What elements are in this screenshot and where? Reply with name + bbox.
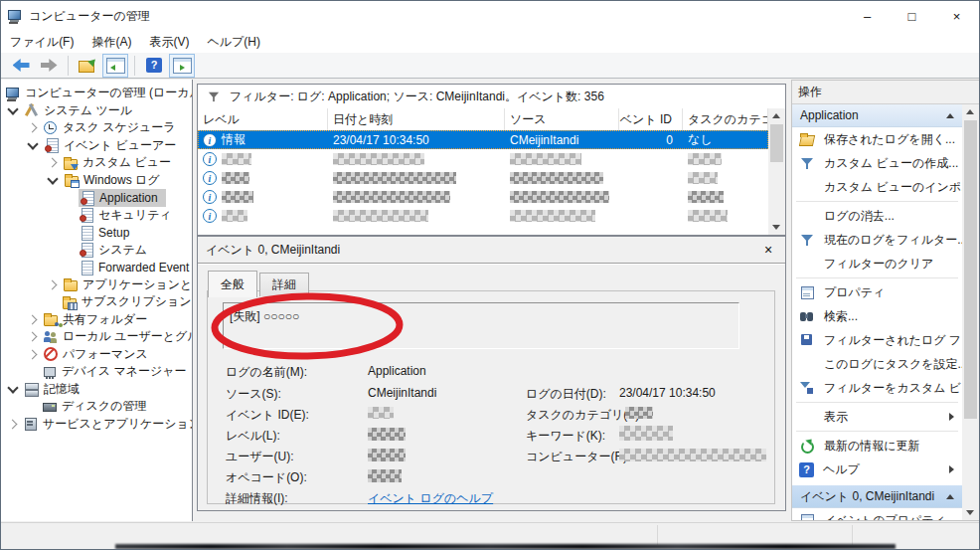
action-section-application[interactable]: Application — [792, 104, 962, 127]
action-save-filtered-log[interactable]: フィルターされたログ ファ... — [792, 328, 962, 352]
event-row-selected[interactable]: 情報 23/04/17 10:34:50 CMeijinItandi 0 なし — [198, 130, 768, 149]
scrollbar-thumb[interactable] — [964, 120, 977, 419]
tree-item-disk-management[interactable]: ディスクの管理 — [1, 398, 192, 416]
menu-file[interactable]: ファイル(F) — [1, 31, 82, 54]
minimize-button[interactable]: – — [845, 1, 890, 31]
event-row-redacted[interactable] — [198, 168, 768, 187]
event-viewer-icon — [44, 137, 60, 153]
action-label: 現在のログをフィルター... — [824, 232, 962, 249]
event-message-box[interactable]: [失敗] ○○○○○ — [223, 302, 739, 349]
chevron-expanded-icon[interactable] — [47, 174, 58, 185]
action-section-event[interactable]: イベント 0, CMeijinItandi — [792, 485, 962, 508]
tree-item-custom-views[interactable]: カスタム ビュー — [1, 154, 192, 172]
chevron-expanded-icon[interactable] — [27, 139, 38, 150]
redacted-value — [510, 191, 609, 203]
tree-item-setup[interactable]: Setup — [1, 224, 192, 242]
tree-item-local-users-groups[interactable]: ローカル ユーザーとグループ — [1, 328, 192, 346]
tab-general[interactable]: 全般 — [208, 271, 257, 297]
action-create-custom-view[interactable]: カスタム ビューの作成... — [792, 151, 962, 175]
chevron-collapsed-icon[interactable] — [48, 158, 58, 168]
action-help[interactable]: ヘルプ — [792, 458, 962, 481]
action-label: フィルターのクリア — [824, 256, 933, 273]
tree-item-event-viewer[interactable]: イベント ビューアー — [1, 137, 192, 155]
action-clear-log[interactable]: ログの消去... — [792, 204, 962, 228]
tree-item-windows-logs[interactable]: Windows ログ — [1, 172, 192, 190]
field-user-value — [368, 449, 406, 464]
export-list-button[interactable] — [75, 54, 100, 78]
actions-scrollbar[interactable] — [962, 104, 979, 520]
redacted-value — [333, 210, 428, 222]
column-header-level[interactable]: レベル — [198, 108, 328, 130]
action-open-saved-log[interactable]: 保存されたログを開く... — [792, 127, 962, 151]
chevron-collapsed-icon[interactable] — [28, 332, 38, 342]
action-section-title: イベント 0, CMeijinItandi — [800, 488, 934, 505]
collapse-section-icon[interactable] — [946, 113, 954, 118]
menu-action[interactable]: 操作(A) — [82, 31, 140, 54]
menu-view[interactable]: 表示(V) — [140, 31, 198, 54]
custom-views-icon — [63, 155, 79, 171]
action-label: 検索... — [824, 308, 858, 325]
event-row-redacted[interactable] — [198, 206, 768, 225]
show-console-tree-button[interactable] — [102, 54, 128, 78]
chevron-collapsed-icon[interactable] — [28, 349, 38, 359]
tree-item-storage[interactable]: 記憶域 — [1, 381, 192, 399]
tree-item-apps-services-logs[interactable]: アプリケーションとサービ — [1, 276, 192, 294]
tab-details[interactable]: 詳細 — [259, 273, 309, 296]
menu-help[interactable]: ヘルプ(H) — [198, 31, 269, 54]
tree-item-system-tools[interactable]: システム ツール — [1, 102, 192, 120]
help-button[interactable] — [141, 54, 167, 78]
action-filter-current-log[interactable]: 現在のログをフィルター... — [792, 228, 962, 252]
tree-item-performance[interactable]: パフォーマンス — [1, 346, 192, 364]
action-find[interactable]: 検索... — [792, 304, 962, 328]
action-attach-task[interactable]: このログにタスクを設定... — [792, 352, 962, 376]
scroll-down-icon[interactable] — [966, 510, 974, 515]
actions-separator — [796, 277, 958, 278]
column-header-source[interactable]: ソース — [505, 108, 619, 130]
tree-item-application[interactable]: Application — [1, 189, 192, 207]
forward-button[interactable] — [36, 54, 62, 78]
action-import-custom-view[interactable]: カスタム ビューのインポ... — [792, 175, 962, 199]
chevron-expanded-icon[interactable] — [7, 104, 18, 115]
chevron-collapsed-icon[interactable] — [48, 279, 58, 289]
tree-item-shared-folders[interactable]: 共有フォルダー — [1, 311, 192, 329]
tree-item-security[interactable]: セキュリティ — [1, 207, 192, 225]
column-header-event-id[interactable]: イベント ID — [619, 108, 683, 130]
tree-item-device-manager[interactable]: デバイス マネージャー — [1, 363, 192, 381]
event-log-help-link[interactable]: イベント ログのヘルプ — [368, 490, 493, 507]
tree-item-subscriptions[interactable]: サブスクリプション — [1, 293, 192, 311]
action-view[interactable]: 表示 — [792, 405, 962, 429]
column-header-datetime[interactable]: 日付と時刻 — [328, 108, 505, 130]
collapse-section-icon[interactable] — [946, 494, 954, 499]
show-action-pane-button[interactable] — [169, 54, 195, 78]
action-refresh[interactable]: 最新の情報に更新 — [792, 434, 962, 458]
chevron-expanded-icon[interactable] — [7, 383, 18, 394]
chevron-collapsed-icon[interactable] — [8, 419, 18, 429]
tree-item-label: ローカル ユーザーとグループ — [63, 328, 193, 345]
scroll-up-icon[interactable] — [772, 113, 780, 118]
cell-source: CMeijinItandi — [505, 130, 619, 149]
scroll-up-icon[interactable] — [966, 109, 974, 114]
event-row-redacted[interactable] — [198, 187, 768, 206]
tree-item-computer-management[interactable]: コンピューターの管理 (ローカル) — [1, 85, 192, 102]
chevron-collapsed-icon[interactable] — [28, 123, 38, 133]
chevron-collapsed-icon[interactable] — [28, 314, 38, 324]
event-list-scrollbar[interactable] — [768, 108, 785, 235]
back-button[interactable] — [8, 54, 34, 78]
tree-item-services-apps[interactable]: サービスとアプリケーション — [1, 416, 192, 434]
scrollbar-thumb[interactable] — [770, 124, 783, 162]
close-details-icon[interactable]: × — [759, 241, 777, 259]
action-save-filter-to-custom-view[interactable]: フィルターをカスタム ビュ... — [792, 376, 962, 400]
event-row-redacted[interactable] — [198, 149, 768, 168]
maximize-button[interactable]: □ — [890, 1, 934, 31]
tree-item-forwarded-events[interactable]: Forwarded Event — [1, 259, 192, 276]
tree-item-system[interactable]: システム — [1, 242, 192, 260]
close-button[interactable]: × — [934, 1, 979, 31]
action-properties[interactable]: プロパティ — [792, 280, 962, 304]
action-clear-filter[interactable]: フィルターのクリア — [792, 252, 962, 275]
cell-event-id: 0 — [619, 130, 683, 149]
scroll-down-icon[interactable] — [772, 225, 780, 230]
tree-item-task-scheduler[interactable]: タスク スケジューラ — [1, 119, 192, 137]
column-header-category[interactable]: タスクのカテゴリ — [683, 108, 768, 130]
menu-bar: ファイル(F) 操作(A) 表示(V) ヘルプ(H) — [1, 31, 979, 53]
action-event-properties[interactable]: イベントのプロパティ — [792, 508, 962, 521]
